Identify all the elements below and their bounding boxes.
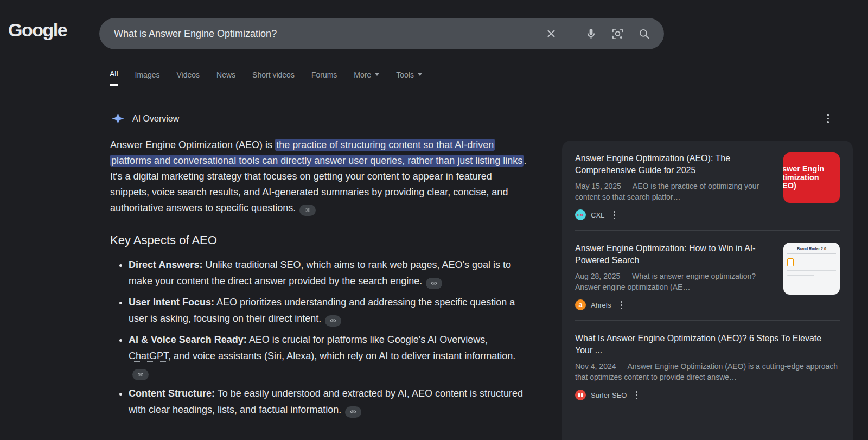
cxl-favicon: CXL	[575, 209, 586, 220]
result-menu-icon[interactable]	[636, 391, 637, 399]
google-search-page: Google All Im	[0, 0, 868, 440]
intro-text: Answer Engine Optimization (AEO) is	[110, 139, 275, 150]
tab-news[interactable]: News	[216, 69, 235, 86]
clear-search-icon[interactable]	[544, 27, 558, 41]
result-thumbnail[interactable]: Brand Radar 2.0	[783, 243, 840, 295]
link-icon	[304, 207, 311, 213]
tab-more[interactable]: More	[354, 69, 379, 86]
result-menu-icon[interactable]	[621, 301, 622, 309]
link-icon	[137, 371, 144, 378]
citation-link-chip[interactable]	[299, 205, 316, 216]
tab-images[interactable]: Images	[135, 69, 160, 86]
google-logo[interactable]: Google	[8, 20, 67, 41]
result-source-name: Surfer SEO	[591, 391, 627, 399]
list-item: Direct Answers: Unlike traditional SEO, …	[129, 257, 529, 289]
search-submit-icon[interactable]	[637, 27, 651, 41]
result-menu-icon[interactable]	[614, 211, 615, 219]
ahrefs-favicon: a	[575, 299, 586, 310]
citation-link-chip[interactable]	[345, 406, 361, 418]
result-snippet: Aug 28, 2025 — What is answer engine opt…	[575, 271, 776, 292]
ai-overview-header: AI Overview	[111, 112, 179, 125]
ai-overview-label: AI Overview	[132, 114, 179, 124]
surfer-seo-favicon	[575, 390, 586, 400]
thumbnail-input-box	[787, 258, 794, 266]
result-title[interactable]: Answer Engine Optimization: How to Win i…	[575, 243, 776, 266]
citation-link-chip[interactable]	[132, 369, 149, 380]
ai-overview-intro: Answer Engine Optimization (AEO) is the …	[110, 137, 529, 216]
chevron-down-icon	[418, 73, 422, 76]
list-item: AI & Voice Search Ready: AEO is crucial …	[129, 331, 529, 380]
ai-sparkle-icon	[111, 112, 125, 125]
result-source-name: CXL	[591, 211, 604, 219]
sources-panel: Answer Engine Optimization (AEO): The Co…	[562, 141, 853, 440]
thumbnail-text-line	[787, 253, 836, 254]
result-source-name: Ahrefs	[591, 301, 611, 309]
search-result-tabs: All Images Videos News Short videos Foru…	[110, 69, 422, 86]
thumbnail-text-line	[787, 270, 836, 271]
tab-videos[interactable]: Videos	[176, 69, 200, 86]
citation-link-chip[interactable]	[325, 315, 341, 327]
ai-overview-menu-icon[interactable]	[827, 114, 829, 123]
result-title[interactable]: What Is Answer Engine Optimization (AEO)…	[575, 333, 840, 356]
result-thumbnail[interactable]: swer Engin timization EO)	[783, 152, 840, 203]
section-heading: Key Aspects of AEO	[110, 233, 529, 247]
list-item: User Intent Focus: AEO prioritizes under…	[129, 294, 529, 327]
search-result-card[interactable]: What Is Answer Engine Optimization (AEO)…	[575, 320, 840, 410]
google-lens-icon[interactable]	[610, 27, 624, 41]
chevron-down-icon	[375, 73, 379, 76]
thumbnail-text-line	[787, 275, 814, 276]
list-item: Content Structure: To be easily understo…	[129, 385, 529, 418]
result-snippet: May 15, 2025 — AEO is the practice of op…	[575, 181, 776, 202]
tab-forums[interactable]: Forums	[311, 69, 337, 86]
header-divider	[0, 87, 868, 87]
result-title[interactable]: Answer Engine Optimization (AEO): The Co…	[575, 152, 776, 176]
key-aspects-list: Direct Answers: Unlike traditional SEO, …	[110, 257, 529, 418]
search-bar[interactable]	[99, 18, 664, 49]
search-result-card[interactable]: Answer Engine Optimization (AEO): The Co…	[575, 141, 840, 230]
search-input[interactable]	[99, 28, 544, 40]
tab-all[interactable]: All	[110, 69, 118, 86]
inline-source-link[interactable]: ChatGPT	[129, 350, 168, 362]
ai-overview-content: Answer Engine Optimization (AEO) is the …	[110, 137, 529, 440]
result-snippet: Nov 4, 2024 — Answer Engine Optimization…	[575, 361, 840, 382]
voice-search-mic-icon[interactable]	[584, 27, 598, 41]
link-icon	[431, 280, 437, 286]
citation-link-chip[interactable]	[426, 278, 442, 289]
tab-tools[interactable]: Tools	[396, 69, 422, 86]
search-bar-divider	[571, 27, 571, 41]
link-icon	[350, 409, 356, 415]
search-result-card[interactable]: Answer Engine Optimization: How to Win i…	[575, 230, 840, 320]
link-icon	[330, 317, 336, 324]
tab-short-videos[interactable]: Short videos	[252, 69, 295, 86]
